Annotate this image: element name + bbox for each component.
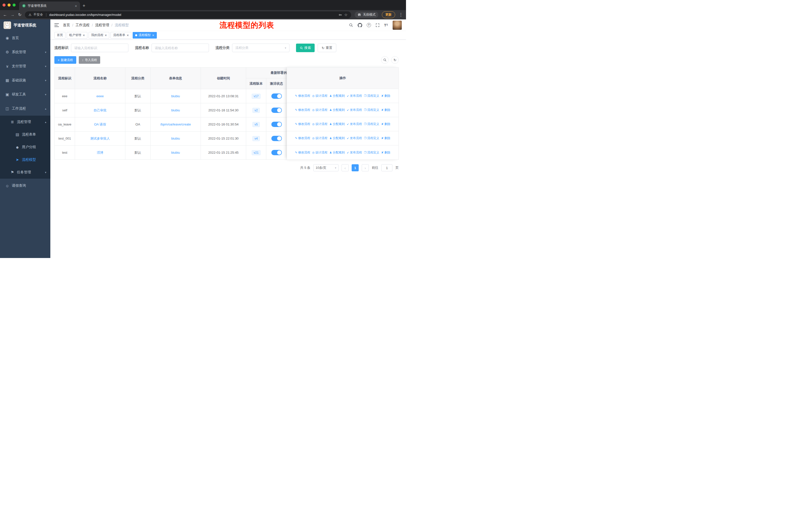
- breadcrumb-item[interactable]: 流程管理: [95, 23, 109, 27]
- sidebar-item-home[interactable]: ◉首页: [0, 31, 50, 45]
- sidebar-item-flow-form[interactable]: ▤流程表单: [0, 128, 50, 141]
- category-select[interactable]: 流程分类 ▾: [232, 44, 289, 52]
- user-avatar[interactable]: [393, 20, 402, 30]
- cell-flow-name-link[interactable]: OA 请假: [75, 117, 125, 132]
- cell-form-link[interactable]: biubiu: [150, 103, 201, 117]
- sidebar-item-flow-manage[interactable]: ≣流程管理▴: [0, 116, 50, 128]
- key-icon[interactable]: [338, 13, 342, 17]
- import-flow-button[interactable]: ↑ 导入流程: [79, 56, 100, 64]
- action-delete-flow[interactable]: ✘删除: [381, 122, 390, 126]
- current-page[interactable]: 1: [352, 164, 359, 171]
- action-publish-flow[interactable]: ➹发布流程: [347, 108, 362, 112]
- address-bar[interactable]: ⚠ 不安全 dashboard.yudao.iocoder.cn/bpm/man…: [25, 11, 351, 19]
- action-assign-rule[interactable]: ♟分配规则: [329, 94, 345, 98]
- prev-page-button[interactable]: ‹: [342, 164, 349, 171]
- action-flow-definition[interactable]: ❐流程定义: [364, 108, 379, 112]
- close-icon[interactable]: ×: [83, 33, 85, 37]
- active-toggle[interactable]: [271, 108, 282, 113]
- refresh-table-button[interactable]: ↻: [391, 56, 399, 64]
- action-flow-definition[interactable]: ❐流程定义: [364, 122, 379, 126]
- action-delete-flow[interactable]: ✘删除: [381, 94, 390, 98]
- flow-name-input[interactable]: [151, 44, 209, 52]
- tag-home[interactable]: 首页: [54, 32, 65, 38]
- sidebar-item-infrastructure[interactable]: ▦基础设施▾: [0, 73, 50, 87]
- next-page-button[interactable]: ›: [362, 164, 369, 171]
- action-publish-flow[interactable]: ➹发布流程: [347, 94, 362, 98]
- tag-tenant-manage[interactable]: 租户管理×: [67, 32, 87, 38]
- goto-page-input[interactable]: [381, 164, 393, 171]
- help-icon[interactable]: ?: [367, 23, 371, 27]
- page-size-select[interactable]: 10条/页 ▾: [313, 164, 339, 171]
- menu-dots-icon[interactable]: ⋮: [399, 12, 403, 18]
- update-button[interactable]: 更新: [382, 11, 395, 18]
- browser-tab[interactable]: 芋道管理系统 ×: [19, 1, 80, 10]
- sidebar-item-task-manage[interactable]: ⚑任务管理▾: [0, 166, 50, 179]
- cell-flow-name-link[interactable]: 测试多审批人: [75, 132, 125, 146]
- logo-row[interactable]: 芋道管理系统: [0, 19, 50, 31]
- github-icon[interactable]: [358, 23, 362, 27]
- action-publish-flow[interactable]: ➹发布流程: [347, 122, 362, 126]
- action-update-flow[interactable]: ✎修改流程: [295, 136, 310, 140]
- sidebar-item-workflow[interactable]: ◫工作流程▴: [0, 102, 50, 116]
- close-icon[interactable]: ×: [126, 33, 128, 37]
- action-update-flow[interactable]: ✎修改流程: [295, 94, 310, 98]
- tag-my-flow[interactable]: 我的流程×: [89, 32, 109, 38]
- action-design-flow[interactable]: ◎设计流程: [312, 122, 327, 126]
- tag-flow-form[interactable]: 流程表单×: [111, 32, 131, 38]
- tag-flow-model[interactable]: 流程模型×: [133, 32, 157, 38]
- action-publish-flow[interactable]: ➹发布流程: [347, 136, 362, 140]
- active-toggle[interactable]: [271, 150, 282, 155]
- cell-flow-name-link[interactable]: 自己审批: [75, 103, 125, 117]
- action-flow-definition[interactable]: ❐流程定义: [364, 151, 379, 155]
- cell-form-link[interactable]: biubiu: [150, 146, 201, 160]
- action-update-flow[interactable]: ✎修改流程: [295, 151, 310, 155]
- cell-flow-name-link[interactable]: eeee: [75, 89, 125, 103]
- action-design-flow[interactable]: ◎设计流程: [312, 94, 327, 98]
- close-window-button[interactable]: [2, 3, 5, 6]
- collapse-sidebar-icon[interactable]: [54, 23, 59, 27]
- sidebar-item-payment-manage[interactable]: ¥支付管理▾: [0, 59, 50, 73]
- close-icon[interactable]: ×: [105, 33, 107, 37]
- bookmark-star-icon[interactable]: ☆: [344, 12, 348, 17]
- sidebar-item-leave-query[interactable]: ☺请假查询: [0, 179, 50, 193]
- action-assign-rule[interactable]: ♟分配规则: [329, 151, 345, 155]
- reload-icon[interactable]: ↻: [18, 13, 21, 17]
- flow-key-input[interactable]: [71, 44, 128, 52]
- back-icon[interactable]: ←: [3, 13, 7, 17]
- active-toggle[interactable]: [271, 93, 282, 99]
- search-icon[interactable]: [349, 23, 353, 27]
- sidebar-item-devtools[interactable]: ▣研发工具▾: [0, 87, 50, 102]
- action-assign-rule[interactable]: ♟分配规则: [329, 108, 345, 112]
- action-update-flow[interactable]: ✎修改流程: [295, 122, 310, 126]
- action-assign-rule[interactable]: ♟分配规则: [329, 122, 345, 126]
- sidebar-item-flow-model[interactable]: ➤流程模型: [0, 154, 50, 166]
- active-toggle[interactable]: [271, 136, 282, 141]
- zoom-window-button[interactable]: [12, 3, 16, 6]
- create-flow-button[interactable]: + 新建流程: [54, 56, 76, 64]
- action-delete-flow[interactable]: ✘删除: [381, 108, 390, 112]
- action-flow-definition[interactable]: ❐流程定义: [364, 94, 379, 98]
- reset-button[interactable]: ↻ 重置: [318, 44, 336, 52]
- action-update-flow[interactable]: ✎修改流程: [295, 108, 310, 112]
- fullscreen-icon[interactable]: [376, 23, 380, 27]
- action-design-flow[interactable]: ◎设计流程: [312, 136, 327, 140]
- close-icon[interactable]: ×: [152, 33, 154, 37]
- action-assign-rule[interactable]: ♟分配规则: [329, 136, 345, 140]
- cell-form-link[interactable]: biubiu: [150, 89, 201, 103]
- cell-form-link[interactable]: /bpm/oa/leave/create: [150, 117, 201, 132]
- action-publish-flow[interactable]: ➹发布流程: [347, 151, 362, 155]
- action-flow-definition[interactable]: ❐流程定义: [364, 136, 379, 140]
- breadcrumb-item[interactable]: 首页: [63, 23, 70, 27]
- minimize-window-button[interactable]: [7, 3, 10, 6]
- cell-form-link[interactable]: biubiu: [150, 132, 201, 146]
- close-icon[interactable]: ×: [75, 4, 77, 8]
- show-search-button[interactable]: [381, 56, 388, 64]
- action-design-flow[interactable]: ◎设计流程: [312, 151, 327, 155]
- font-size-icon[interactable]: TT: [384, 23, 388, 27]
- breadcrumb-item[interactable]: 工作流程: [76, 23, 90, 27]
- action-design-flow[interactable]: ◎设计流程: [312, 108, 327, 112]
- new-tab-button[interactable]: +: [83, 3, 85, 8]
- action-delete-flow[interactable]: ✘删除: [381, 136, 390, 140]
- sidebar-item-user-group[interactable]: ☻用户分组: [0, 141, 50, 154]
- action-delete-flow[interactable]: ✘删除: [381, 151, 390, 155]
